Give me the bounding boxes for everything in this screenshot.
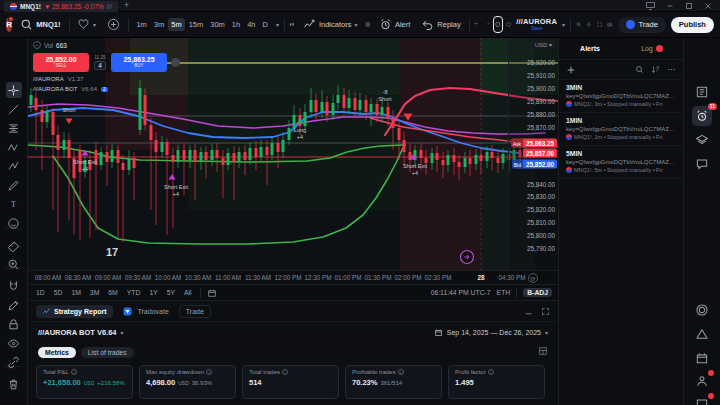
timeframe-button-D[interactable]: D bbox=[260, 18, 271, 31]
alert-item-1min[interactable]: 1MINkey=QIwxfgpGmoDQTbVnuLQC7MAZrRfo...M… bbox=[559, 113, 683, 146]
timeframe-button-4h[interactable]: 4h bbox=[244, 18, 258, 31]
range-button-all[interactable]: All bbox=[182, 288, 194, 297]
messages-icon[interactable] bbox=[692, 394, 712, 405]
trend-line-icon[interactable] bbox=[6, 101, 22, 117]
indicator-legend-aurora-bot[interactable]: ///AURORA BOTV6.64 2 bbox=[33, 86, 180, 92]
timeframe-button-1m[interactable]: 1m bbox=[133, 18, 149, 31]
tab-alerts[interactable]: Alerts bbox=[559, 45, 621, 52]
range-button-5y[interactable]: 5Y bbox=[165, 288, 177, 297]
fullscreen-icon[interactable] bbox=[597, 18, 603, 31]
minds-icon[interactable] bbox=[692, 324, 712, 344]
trade-button[interactable]: Trade bbox=[618, 17, 666, 33]
info-icon[interactable]: i bbox=[282, 369, 288, 375]
brush-icon[interactable] bbox=[6, 177, 22, 193]
info-icon[interactable]: i bbox=[71, 369, 77, 375]
layout-caret[interactable]: ▾ bbox=[562, 21, 565, 28]
sell-button[interactable]: 25,852.00SELL bbox=[33, 53, 89, 72]
screenshot-camera-icon[interactable] bbox=[607, 18, 613, 31]
measure-ruler-icon[interactable] bbox=[6, 237, 22, 253]
timeframe-button-30m[interactable]: 30m bbox=[207, 18, 228, 31]
info-icon[interactable]: i bbox=[488, 369, 494, 375]
panel-minimize-icon[interactable] bbox=[524, 307, 533, 316]
alert-item-3min[interactable]: 3MINkey=QIwxfgpGmoDQTbVnuLQC7MAZrRfo...M… bbox=[559, 80, 683, 113]
magnet-icon[interactable] bbox=[6, 278, 22, 294]
range-button-1m[interactable]: 1M bbox=[69, 288, 82, 297]
timeframe-button-1h[interactable]: 1h bbox=[229, 18, 243, 31]
buy-button[interactable]: 25,863.25BUY bbox=[111, 53, 167, 72]
undo-icon[interactable] bbox=[474, 18, 480, 31]
legend-collapse-icon[interactable]: – bbox=[33, 41, 41, 49]
quantity-field[interactable]: 4 bbox=[94, 61, 106, 70]
price-scale-currency[interactable]: USD ▾ bbox=[532, 40, 555, 49]
settings-gear-icon[interactable] bbox=[586, 18, 592, 31]
layout-single-icon[interactable] bbox=[495, 18, 501, 31]
go-to-date-icon[interactable] bbox=[207, 288, 217, 298]
minimize-icon[interactable] bbox=[666, 2, 674, 10]
add-alert-icon[interactable] bbox=[566, 65, 576, 75]
edit-pencil-icon[interactable] bbox=[6, 297, 22, 313]
indicator-templates-icon[interactable] bbox=[365, 18, 371, 31]
range-button-6m[interactable]: 6M bbox=[106, 288, 119, 297]
tab-tradovate[interactable]: Tradovate bbox=[117, 305, 175, 318]
trade-marker-up[interactable] bbox=[169, 174, 176, 180]
browser-tab[interactable]: MNQ1! ▼ 25,863.25 -0.07% /// bbox=[4, 1, 118, 12]
order-panel-handle-icon[interactable] bbox=[171, 58, 180, 67]
fib-retracement-icon[interactable] bbox=[6, 120, 22, 136]
alerts-search-icon[interactable] bbox=[635, 65, 644, 74]
trash-icon[interactable] bbox=[6, 376, 22, 392]
object-tree-icon[interactable] bbox=[692, 130, 712, 150]
link-icon[interactable] bbox=[6, 354, 22, 370]
replay-button[interactable]: Replay bbox=[418, 16, 463, 33]
strategy-title[interactable]: ///AURORA BOT V6.64 bbox=[38, 328, 117, 337]
layout-name-button[interactable]: ///AURORA Save bbox=[516, 18, 557, 32]
compare-add-button[interactable] bbox=[104, 16, 123, 33]
publish-button[interactable]: Publish bbox=[671, 17, 714, 33]
time-axis[interactable]: ⟳ 08:00 AM08:30 AM09:00 AM09:30 AM10:00 … bbox=[28, 270, 558, 284]
tab-trade[interactable]: Trade bbox=[179, 305, 211, 318]
session-label[interactable]: ETH bbox=[497, 289, 511, 296]
cast-icon[interactable] bbox=[646, 2, 655, 10]
view-list-of-trades[interactable]: List of trades bbox=[81, 347, 134, 358]
range-button-3m[interactable]: 3M bbox=[88, 288, 101, 297]
trade-marker-down[interactable] bbox=[66, 119, 73, 125]
alerts-more-icon[interactable] bbox=[667, 65, 676, 74]
indicators-button[interactable]: Indicators▾ bbox=[300, 16, 361, 33]
ideas-icon[interactable] bbox=[692, 300, 712, 320]
close-icon[interactable] bbox=[704, 2, 712, 10]
streams-icon[interactable] bbox=[692, 371, 712, 391]
scale-reset-icon[interactable]: ⟳ bbox=[528, 273, 538, 283]
eye-icon[interactable] bbox=[6, 335, 22, 351]
timeframe-button-5m[interactable]: 5m bbox=[168, 18, 184, 31]
indicator-legend-aurora[interactable]: ///AURORAV1.37 bbox=[33, 76, 180, 82]
range-button-ytd[interactable]: YTD bbox=[125, 288, 143, 297]
timeframe-more-caret[interactable]: ▾ bbox=[276, 21, 279, 28]
price-scale[interactable]: USD ▾ 25,920.0025,910.0025,900.0025,890.… bbox=[508, 38, 558, 270]
restore-icon[interactable] bbox=[685, 2, 693, 10]
clock-label[interactable]: 06:11:44 PM UTC-7 bbox=[431, 289, 491, 296]
prediction-pattern-icon[interactable] bbox=[6, 158, 22, 174]
alerts-clock-icon[interactable]: 11 bbox=[692, 106, 712, 126]
watchlist-heart-button[interactable]: ▾ bbox=[74, 16, 99, 33]
redo-icon[interactable] bbox=[485, 18, 491, 31]
tradingview-logo[interactable]: 17 bbox=[106, 246, 118, 258]
panel-expand-icon[interactable] bbox=[541, 307, 550, 316]
range-button-1y[interactable]: 1Y bbox=[147, 288, 159, 297]
chart-area[interactable]: ShortShort Exit+4Short Exit+4Long+4-8Sho… bbox=[28, 38, 558, 270]
chart-style-icon[interactable] bbox=[289, 18, 295, 31]
tab-log[interactable]: Log bbox=[621, 45, 683, 53]
timeframe-button-15m[interactable]: 15m bbox=[186, 18, 207, 31]
calendar-icon[interactable] bbox=[692, 348, 712, 368]
xabcd-pattern-icon[interactable] bbox=[6, 139, 22, 155]
range-button-1d[interactable]: 1D bbox=[34, 288, 47, 297]
alert-item-5min[interactable]: 5MINkey=QIwxfgpGmoDQTbVnuLQC7MAZrRfo...M… bbox=[559, 146, 683, 179]
emoji-icon[interactable] bbox=[6, 215, 22, 231]
lock-icon[interactable] bbox=[6, 316, 22, 332]
symbol-search[interactable]: MNQ1! bbox=[17, 16, 63, 33]
quick-search-icon[interactable] bbox=[576, 18, 582, 31]
info-icon[interactable]: i bbox=[398, 369, 404, 375]
zoom-in-icon[interactable] bbox=[6, 256, 22, 272]
strategy-title-caret[interactable]: ▾ bbox=[121, 329, 124, 336]
view-metrics[interactable]: Metrics bbox=[38, 347, 76, 358]
alerts-sort-icon[interactable] bbox=[651, 65, 660, 74]
adjustment-toggle[interactable]: B-ADJ bbox=[523, 288, 552, 297]
